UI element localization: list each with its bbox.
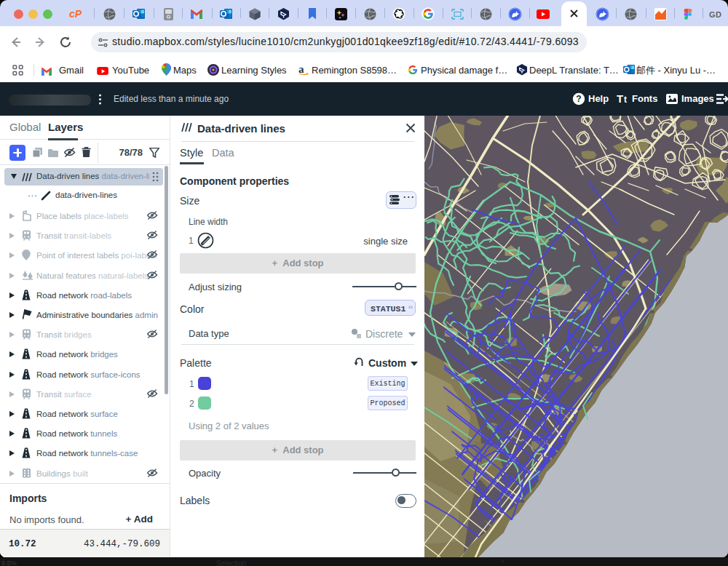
svg-text:GD: GD (709, 10, 722, 19)
svg-text:a: a (298, 64, 304, 75)
svg-text:t: t (624, 95, 627, 105)
svg-text:?: ? (576, 94, 581, 104)
svg-text:T: T (617, 93, 623, 105)
svg-text:cP: cP (69, 9, 82, 19)
